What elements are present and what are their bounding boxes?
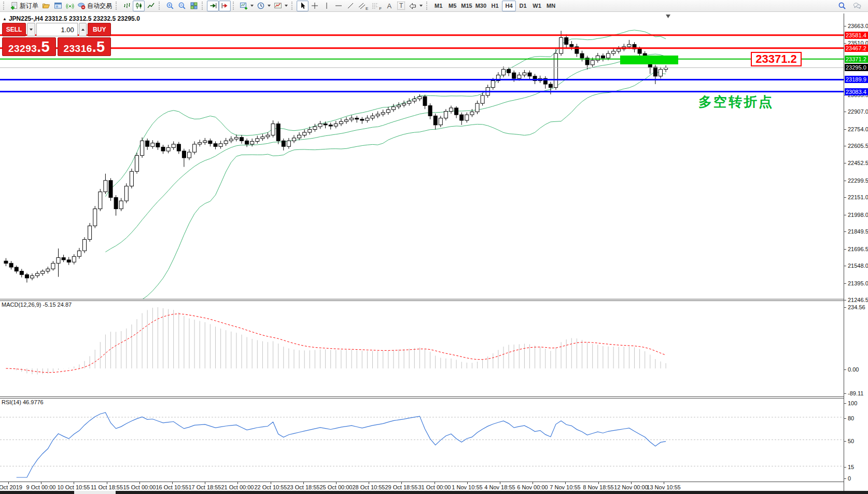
price-badge: 23371.2 — [845, 56, 868, 63]
search-button[interactable] — [836, 1, 848, 11]
line-chart-icon — [147, 2, 155, 10]
rsi-label: RSI(14) 46.9776 — [2, 399, 44, 405]
bar-chart-button[interactable] — [121, 1, 133, 11]
group-separator — [233, 2, 236, 10]
price-badge: 23083.4 — [845, 88, 868, 95]
fibo-suffix-label: F — [379, 6, 382, 11]
timeframe-mn-button[interactable]: MN — [544, 1, 558, 11]
collapse-panel-icon[interactable]: ▲ — [3, 17, 7, 21]
price-tick-dash — [844, 163, 846, 163]
timeframe-w1-button[interactable]: W1 — [530, 1, 544, 11]
volume-up-button[interactable] — [79, 23, 87, 36]
price-tick-dash — [844, 266, 846, 266]
text-tool-button[interactable]: A — [383, 1, 395, 11]
signal-icon — [66, 2, 74, 10]
one-click-trade-panel: SELL BUY 23293.5 23316.5 — [2, 23, 111, 56]
time-axis[interactable]: 7 Oct 20199 Oct 00:0010 Oct 10:5511 Oct … — [0, 482, 844, 491]
price-tick-dash — [844, 231, 846, 232]
sell-price-button[interactable]: 23293.5 — [2, 37, 56, 56]
fibonacci-tool-button[interactable]: F — [370, 1, 383, 11]
channel-tool-button[interactable]: E — [356, 1, 370, 11]
sell-button[interactable]: SELL — [2, 23, 26, 36]
candlestick-pane[interactable] — [0, 13, 844, 300]
new-order-button[interactable]: 新订单 — [8, 1, 40, 11]
timeframe-h1-button[interactable]: H1 — [488, 1, 502, 11]
bar-chart-icon — [123, 2, 131, 10]
chart-area[interactable]: 23663.023510.023055.522907.022754.022605… — [0, 12, 868, 494]
arrow-shape-icon — [409, 2, 417, 10]
zoom-out-icon — [178, 2, 186, 10]
timeframe-m15-button[interactable]: M15 — [459, 1, 473, 11]
label-tool-icon: T — [397, 2, 405, 10]
timeframe-m1-button[interactable]: M1 — [431, 1, 445, 11]
price-tick-label: 21548.0 — [848, 263, 868, 269]
rsi-tick-label: 50 — [848, 438, 854, 444]
price-tick-label: 22151.0 — [848, 194, 868, 200]
price-axis[interactable]: 23663.023510.023055.522907.022754.022605… — [844, 13, 868, 491]
price-tick-label: 21998.0 — [848, 212, 868, 218]
volume-input[interactable] — [36, 23, 78, 36]
buy-price-button[interactable]: 23316.5 — [58, 37, 111, 56]
dropdown-caret-icon — [268, 5, 271, 7]
auto-trading-button[interactable]: 自动交易 — [76, 1, 114, 11]
label-tool-button[interactable]: T — [395, 1, 407, 11]
profiles-button[interactable] — [40, 1, 52, 11]
price-tick-label: 21246.5 — [848, 297, 868, 303]
signals-button[interactable] — [64, 1, 76, 11]
cursor-tool-button[interactable] — [297, 1, 309, 11]
equidistant-channel-icon — [358, 2, 366, 10]
price-tick-label: 22452.5 — [848, 160, 868, 166]
price-tick-dash — [844, 112, 846, 112]
rsi-pane[interactable] — [0, 399, 844, 482]
chart-title-text: JPN225-,H4 23312.5 23312.5 23232.5 23295… — [9, 15, 140, 22]
triangle-down-icon — [30, 29, 33, 31]
new-chart-icon — [240, 2, 248, 10]
new-order-label: 新订单 — [20, 2, 38, 10]
crosshair-icon — [311, 2, 319, 10]
new-order-icon — [10, 2, 18, 10]
rsi-tick-dash — [844, 403, 846, 404]
macd-pane[interactable] — [0, 301, 844, 397]
shapes-tool-button[interactable] — [407, 1, 424, 11]
chart-shift-icon — [221, 2, 229, 10]
chat-button[interactable] — [851, 1, 863, 11]
price-annotation-box[interactable]: 23371.2 — [751, 52, 802, 66]
group-separator — [159, 2, 162, 10]
dropdown-caret-icon — [250, 5, 254, 7]
timeframe-m30-button[interactable]: M30 — [474, 1, 488, 11]
horizontal-line-icon — [334, 2, 343, 10]
zoom-out-button[interactable] — [176, 1, 188, 11]
price-tick-dash — [844, 197, 846, 198]
templates-button[interactable] — [272, 1, 289, 11]
price-tick-label: 21696.5 — [848, 246, 868, 252]
auto-trading-label: 自动交易 — [87, 2, 112, 10]
price-tick-label: 22605.5 — [848, 143, 868, 149]
toolbar: 新订单 自动交易 — [0, 0, 868, 12]
toolbar-grip — [3, 2, 7, 10]
candlestick-chart-button[interactable] — [133, 1, 145, 11]
rsi-tick-label: 15 — [848, 464, 854, 470]
group-separator — [202, 2, 205, 10]
toolbar-right — [836, 1, 867, 11]
tile-windows-button[interactable] — [188, 1, 200, 11]
dropdown-caret-icon — [419, 5, 423, 7]
timeframe-d1-button[interactable]: D1 — [516, 1, 530, 11]
trendline-tool-button[interactable] — [344, 1, 356, 11]
horizontal-line-tool-button[interactable] — [332, 1, 344, 11]
macd-tick-dash — [844, 307, 846, 308]
volume-down-button[interactable] — [27, 23, 35, 36]
line-chart-button[interactable] — [145, 1, 157, 11]
note-annotation-text[interactable]: 多空转折点 — [698, 93, 774, 111]
new-chart-button[interactable] — [238, 1, 255, 11]
buy-button[interactable]: BUY — [88, 23, 111, 36]
periods-button[interactable] — [255, 1, 272, 11]
time-label: 13 Nov 10:55 — [639, 484, 689, 490]
timeframe-m5-button[interactable]: M5 — [445, 1, 459, 11]
chart-shift-button[interactable] — [219, 1, 231, 11]
auto-scroll-button[interactable] — [207, 1, 219, 11]
terminal-button[interactable] — [52, 1, 64, 11]
zoom-in-button[interactable] — [164, 1, 176, 11]
crosshair-tool-button[interactable] — [309, 1, 320, 11]
timeframe-h4-button[interactable]: H4 — [502, 1, 516, 11]
vertical-line-tool-button[interactable] — [320, 1, 332, 11]
